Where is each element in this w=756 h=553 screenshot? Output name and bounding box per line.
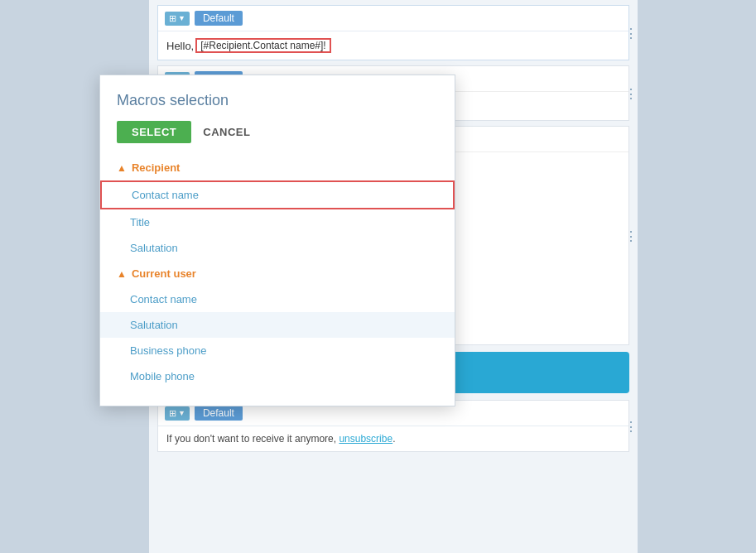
recipient-group-label: Recipient xyxy=(132,161,181,174)
current-user-business-phone-label: Business phone xyxy=(130,344,207,357)
current-user-group-header[interactable]: ▲ Current user xyxy=(100,261,455,286)
modal-title: Macros selection xyxy=(100,92,455,121)
recipient-contact-name-item[interactable]: Contact name xyxy=(100,180,455,209)
current-user-mobile-phone-label: Mobile phone xyxy=(130,370,195,382)
recipient-salutation-item[interactable]: Salutation xyxy=(100,235,455,261)
current-user-mobile-phone-item[interactable]: Mobile phone xyxy=(100,363,455,389)
recipient-arrow-icon: ▲ xyxy=(117,162,127,174)
current-user-salutation-label: Salutation xyxy=(130,319,178,331)
modal-actions: SELECT CANCEL xyxy=(100,121,455,155)
recipient-title-item[interactable]: Title xyxy=(100,209,455,235)
macros-modal: Macros selection SELECT CANCEL ▲ Recipie… xyxy=(99,75,455,406)
current-user-arrow-icon: ▲ xyxy=(117,268,127,280)
modal-overlay: Macros selection SELECT CANCEL ▲ Recipie… xyxy=(0,0,756,553)
recipient-salutation-label: Salutation xyxy=(130,242,178,254)
recipient-contact-name-label: Contact name xyxy=(132,189,199,201)
macro-list: ▲ Recipient Contact name Title Salutatio… xyxy=(100,155,455,389)
select-button[interactable]: SELECT xyxy=(117,121,191,143)
current-user-contact-name-item[interactable]: Contact name xyxy=(100,286,455,312)
current-user-salutation-item[interactable]: Salutation xyxy=(100,312,455,338)
current-user-business-phone-item[interactable]: Business phone xyxy=(100,338,455,363)
recipient-title-label: Title xyxy=(130,216,150,228)
recipient-group-header[interactable]: ▲ Recipient xyxy=(100,155,455,180)
current-user-contact-name-label: Contact name xyxy=(130,293,197,305)
cancel-button[interactable]: CANCEL xyxy=(200,121,253,143)
current-user-group-label: Current user xyxy=(132,267,196,280)
